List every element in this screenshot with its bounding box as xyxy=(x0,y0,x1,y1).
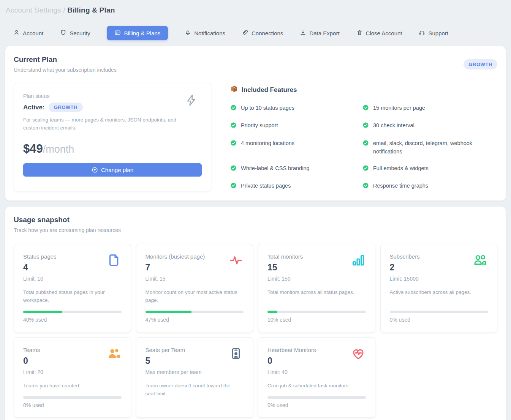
check-circle-icon xyxy=(230,140,237,148)
tab-account[interactable]: Account xyxy=(13,29,43,37)
usage-card-description: Total monitors across all status pages. xyxy=(267,289,362,297)
feature-item: Response time graphs xyxy=(362,182,484,191)
usage-card-limit: Max members per team xyxy=(146,369,244,375)
tab-data-export[interactable]: Data Export xyxy=(300,29,339,37)
package-icon xyxy=(230,85,238,95)
usage-percent-label: 0% used xyxy=(390,317,488,323)
usage-progress: 47% used xyxy=(146,305,244,323)
headset-icon xyxy=(419,29,425,37)
tab-label: Connections xyxy=(252,30,283,36)
people-filled-icon xyxy=(107,347,121,362)
check-circle-icon xyxy=(230,165,237,174)
plan-status-value: Active: xyxy=(23,104,45,111)
tab-label: Account xyxy=(23,30,43,36)
plan-description: For scaling teams — more pages & monitor… xyxy=(23,116,179,132)
plan-price: $49/month xyxy=(23,142,202,156)
usage-percent-label: 10% used xyxy=(267,317,366,323)
usage-card-teams: Teams 0 Limit: 20 Teams you have created… xyxy=(14,337,131,418)
usage-snapshot-panel: Usage snapshot Track how you are consumi… xyxy=(5,207,506,420)
usage-card-limit: Limit: 20 xyxy=(23,369,122,375)
check-circle-icon xyxy=(362,122,369,131)
usage-card-subscribers: Subscribers 2 Limit: 15000 Active subscr… xyxy=(380,244,498,332)
id-badge-icon xyxy=(229,347,243,362)
feature-item: Private status pages xyxy=(230,182,352,191)
tab-label: Support xyxy=(428,30,448,36)
tab-support[interactable]: Support xyxy=(419,29,448,37)
usage-card-heartbeat-monitors: Heartbeat Monitors 0 Limit: 40 Cron job … xyxy=(258,337,375,418)
tab-label: Billing & Plans xyxy=(124,30,160,36)
user-icon xyxy=(13,29,20,37)
check-circle-icon xyxy=(230,122,237,131)
tab-security[interactable]: Security xyxy=(60,29,90,37)
bell-icon xyxy=(185,29,191,37)
check-circle-icon xyxy=(230,104,237,113)
people-outline-icon xyxy=(473,253,487,268)
usage-card-limit: Limit: 150 xyxy=(267,276,366,282)
usage-card-description: Active subscribers across all pages. xyxy=(390,289,485,297)
usage-title: Usage snapshot xyxy=(14,216,121,224)
link-icon xyxy=(242,29,248,37)
plan-name-badge: GROWTH xyxy=(49,103,83,112)
bar-chart-icon xyxy=(351,253,365,268)
feature-item: White-label & CSS branding xyxy=(230,164,352,174)
usage-percent-label: 0% used xyxy=(23,402,122,408)
tab-connections[interactable]: Connections xyxy=(242,29,283,37)
plan-tier-badge: GROWTH xyxy=(464,59,497,69)
usage-progress: 0% used xyxy=(23,390,122,408)
change-plan-label: Change plan xyxy=(101,167,133,173)
arrow-up-circle-icon xyxy=(92,167,98,173)
feature-item: email, slack, discord, telegram, webhook… xyxy=(362,139,484,156)
tab-billing-plans[interactable]: Billing & Plans xyxy=(107,26,168,40)
usage-percent-label: 0% used xyxy=(267,402,366,408)
credit-card-icon xyxy=(114,29,121,37)
included-features: Included Features Up to 10 status pages … xyxy=(230,83,497,191)
plan-status-card: Plan status Active: GROWTH For scaling t… xyxy=(14,83,211,191)
feature-item: Up to 10 status pages xyxy=(230,104,352,113)
download-icon xyxy=(300,29,306,37)
tab-close-account[interactable]: Close Account xyxy=(356,29,402,37)
check-circle-icon xyxy=(362,104,369,113)
usage-card-limit: Limit: 40 xyxy=(267,369,366,375)
usage-progress: 10% used xyxy=(267,305,366,323)
feature-item: 4 monitoring locations xyxy=(230,139,352,156)
usage-percent-label: 40% used xyxy=(23,317,122,323)
feature-item: Full embeds & widgets xyxy=(362,164,484,174)
usage-progress: 0% used xyxy=(390,305,488,323)
usage-progress: 0% used xyxy=(267,390,366,408)
usage-card-status-pages: Status pages 4 Limit: 10 Total published… xyxy=(14,244,131,332)
tab-label: Close Account xyxy=(366,30,402,36)
usage-percent-label: 47% used xyxy=(146,317,244,323)
heartbeat-icon xyxy=(351,347,365,362)
plan-status-label: Plan status xyxy=(23,93,202,99)
feature-item: 30 check interval xyxy=(362,121,484,131)
check-circle-icon xyxy=(362,140,369,148)
price-amount: $49 xyxy=(23,142,43,155)
breadcrumb: Account Settings / Billing & Plan xyxy=(0,0,511,14)
usage-subtitle: Track how you are consuming plan resourc… xyxy=(14,227,121,233)
usage-card-description: Teams you have created. xyxy=(23,382,118,390)
usage-card-description: Cron job & scheduled task monitors. xyxy=(267,382,362,390)
shield-icon xyxy=(60,29,66,37)
usage-progress: 40% used xyxy=(23,305,122,323)
change-plan-button[interactable]: Change plan xyxy=(23,163,202,177)
tab-notifications[interactable]: Notifications xyxy=(185,29,225,37)
feature-item: Priority support xyxy=(230,121,352,131)
pulse-icon xyxy=(229,253,243,268)
tab-label: Data Export xyxy=(309,30,339,36)
usage-card-limit: Limit: 15 xyxy=(146,276,244,282)
usage-card-description: Total published status pages in your wor… xyxy=(23,289,118,305)
check-circle-icon xyxy=(362,182,369,191)
current-plan-title: Current Plan xyxy=(14,55,117,64)
usage-card-description: Monitor count on your most active status… xyxy=(146,289,240,305)
document-icon xyxy=(107,253,121,268)
current-plan-panel: Current Plan Understand what your subscr… xyxy=(5,46,506,201)
usage-card-limit: Limit: 10 xyxy=(23,276,122,282)
check-circle-icon xyxy=(230,182,237,191)
usage-card-limit: Limit: 15000 xyxy=(390,276,488,282)
usage-card-monitors-busiest: Monitors (busiest page) 7 Limit: 15 Moni… xyxy=(136,244,253,332)
usage-card-total-monitors: Total monitors 15 Limit: 150 Total monit… xyxy=(258,244,375,332)
tab-label: Security xyxy=(70,30,90,36)
usage-card-seats-per-team: Seats per Team 5 Max members per team Te… xyxy=(136,337,253,418)
feature-item: 15 monitors per page xyxy=(362,104,484,113)
trash-icon xyxy=(356,29,363,37)
